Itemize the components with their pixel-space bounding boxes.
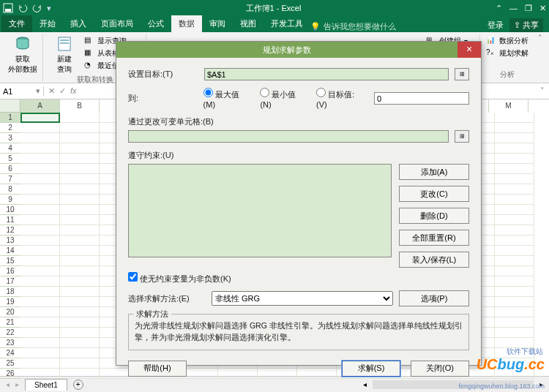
options-button[interactable]: 选项(P)	[399, 290, 469, 306]
row-header[interactable]: 2	[0, 123, 20, 133]
max-radio[interactable]: 最大值(M)	[203, 88, 250, 109]
row-header[interactable]: 13	[0, 235, 20, 246]
row-header[interactable]: 1	[0, 113, 20, 123]
row-header[interactable]: 17	[0, 276, 20, 287]
new-query-button[interactable]: 新建 查询	[49, 35, 80, 75]
row-header[interactable]: 6	[0, 164, 20, 174]
row-header[interactable]: 14	[0, 246, 20, 256]
bychanging-label: 通过更改可变单元格:(B)	[128, 116, 469, 127]
new-sheet-icon[interactable]: +	[73, 380, 83, 390]
bychanging-ref-button[interactable]: ⊞	[455, 130, 469, 143]
tab-dev[interactable]: 开发工具	[264, 15, 310, 32]
sheet-tab[interactable]: Sheet1	[25, 379, 67, 391]
save-icon[interactable]	[3, 3, 13, 13]
dialog-titlebar[interactable]: 规划求解参数 ×	[116, 42, 481, 58]
row-header[interactable]: 25	[0, 358, 20, 369]
next-sheet-icon[interactable]: ▸	[15, 380, 19, 388]
row-header[interactable]: 4	[0, 143, 20, 154]
tab-home[interactable]: 开始	[32, 15, 63, 32]
row-header[interactable]: 5	[0, 154, 20, 164]
ribbon-options-icon[interactable]: ⌃	[496, 4, 502, 13]
tab-data[interactable]: 数据	[171, 15, 202, 32]
bychanging-input[interactable]	[128, 130, 449, 143]
tab-layout[interactable]: 页面布局	[94, 15, 141, 32]
row-header[interactable]: 24	[0, 348, 20, 358]
solve-button[interactable]: 求解(S)	[342, 361, 400, 377]
row-header[interactable]: 26	[0, 369, 20, 379]
collapse-ribbon-icon[interactable]: ˄	[534, 34, 546, 81]
target-value-input[interactable]	[374, 92, 469, 105]
bulb-icon: 💡	[310, 22, 321, 31]
delete-constraint-button[interactable]: 删除(D)	[399, 208, 469, 224]
prev-sheet-icon[interactable]: ◂	[6, 380, 10, 388]
tab-view[interactable]: 视图	[233, 15, 264, 32]
enter-icon[interactable]: ✓	[59, 86, 66, 96]
nonneg-checkbox[interactable]: 使无约束变量为非负数(K)	[128, 274, 231, 283]
row-header[interactable]: 9	[0, 195, 20, 205]
close-icon[interactable]: ✕	[539, 4, 546, 13]
tab-insert[interactable]: 插入	[63, 15, 94, 32]
add-constraint-button[interactable]: 添加(A)	[399, 164, 469, 180]
row-header[interactable]: 18	[0, 287, 20, 297]
share-button[interactable]: ⇪ 共享	[509, 18, 543, 32]
help-button[interactable]: 帮助(H)	[128, 361, 187, 377]
col-header[interactable]: B	[60, 99, 100, 113]
undo-icon[interactable]	[18, 3, 28, 13]
solver-dialog: 规划求解参数 × 设置目标:(T) ⊞ 到: 最大值(M) 最小值(N) 目标值…	[116, 41, 482, 366]
objective-input[interactable]	[204, 68, 449, 80]
row-header[interactable]: 23	[0, 338, 20, 348]
resetall-button[interactable]: 全部重置(R)	[399, 230, 469, 246]
solver-icon: ?ₓ	[486, 48, 496, 59]
method-label: 选择求解方法:(E)	[128, 293, 206, 304]
login-link[interactable]: 登录	[488, 20, 504, 31]
group-label-analysis: 分析	[486, 69, 529, 80]
method-groupbox: 求解方法 为光滑非线性规划求解问题选择 GRG 非线性引擎。为线性规划求解问题选…	[128, 314, 469, 350]
maximize-icon[interactable]: ❐	[525, 4, 532, 13]
minimize-icon[interactable]: —	[509, 4, 518, 12]
row-header[interactable]: 16	[0, 266, 20, 276]
row-header[interactable]: 12	[0, 225, 20, 235]
objective-label: 设置目标:(T)	[128, 69, 198, 80]
tab-review[interactable]: 审阅	[202, 15, 233, 32]
row-header[interactable]: 22	[0, 328, 20, 338]
redo-icon[interactable]	[32, 3, 42, 13]
row-header[interactable]: 7	[0, 174, 20, 184]
objective-ref-button[interactable]: ⊞	[455, 68, 469, 80]
row-header[interactable]: 20	[0, 307, 20, 317]
row-header[interactable]: 10	[0, 205, 20, 215]
select-all-corner[interactable]	[0, 99, 20, 113]
loadsave-button[interactable]: 装入/保存(L)	[399, 252, 469, 268]
row-header[interactable]: 3	[0, 133, 20, 143]
method-select[interactable]: 非线性 GRG	[212, 291, 393, 306]
col-header[interactable]: A	[20, 99, 60, 113]
row-header[interactable]: 21	[0, 317, 20, 328]
change-constraint-button[interactable]: 更改(C)	[399, 186, 469, 202]
tab-file[interactable]: 文件	[1, 15, 32, 32]
name-box[interactable]: A1▾	[0, 86, 44, 96]
active-cell[interactable]	[20, 113, 60, 123]
col-header[interactable]: M	[489, 99, 529, 113]
expand-formula-icon[interactable]: ˅	[536, 86, 549, 96]
close-button[interactable]: 关闭(O)	[411, 361, 469, 377]
min-radio[interactable]: 最小值(N)	[260, 88, 306, 109]
row-header[interactable]: 19	[0, 297, 20, 307]
solver-button[interactable]: ?ₓ规划求解	[486, 48, 529, 59]
dialog-close-button[interactable]: ×	[458, 42, 481, 58]
constraints-listbox[interactable]	[128, 164, 392, 257]
watermark-logo: UCbug.cc	[477, 356, 545, 373]
fx-icon[interactable]: fx	[70, 86, 77, 96]
watermark-url: fengqingwuhen.blog.163.com	[458, 382, 545, 390]
data-analysis-button[interactable]: 📊数据分析	[486, 35, 529, 47]
row-header[interactable]: 11	[0, 215, 20, 225]
get-external-data-button[interactable]: 获取 外部数据	[7, 35, 38, 75]
row-header[interactable]: 8	[0, 184, 20, 195]
valueof-radio[interactable]: 目标值:(V)	[316, 88, 364, 109]
recent-icon: ◔	[84, 61, 94, 71]
cancel-icon[interactable]: ✕	[48, 86, 55, 96]
tell-me[interactable]: 💡告诉我您想要做什么	[310, 21, 396, 32]
tab-formula[interactable]: 公式	[141, 15, 171, 32]
ribbon-tabs: 文件 开始 插入 页面布局 公式 数据 审阅 视图 开发工具 💡告诉我您想要做什…	[0, 16, 549, 32]
window-title: 工作簿1 - Excel	[51, 3, 496, 14]
row-header[interactable]: 15	[0, 256, 20, 266]
table-icon: ▦	[84, 48, 94, 59]
